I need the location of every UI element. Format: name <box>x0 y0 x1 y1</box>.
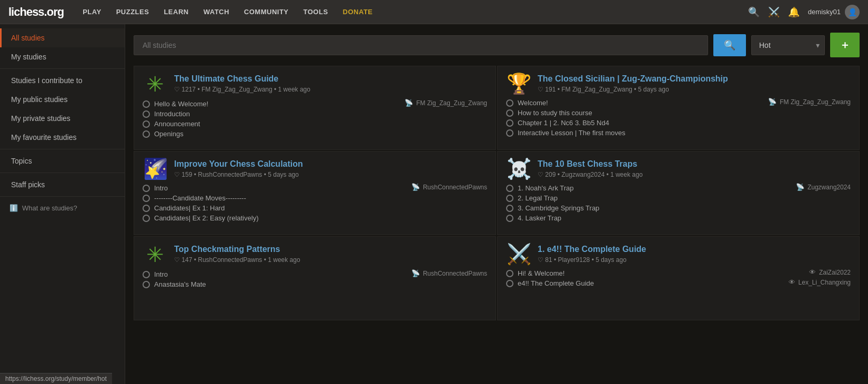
nav-watch[interactable]: WATCH <box>197 5 236 19</box>
table-row: Welcome! <box>506 98 766 108</box>
nav-learn[interactable]: LEARN <box>157 5 195 19</box>
study-bottom: Intro --------Candidate Moves--------- C… <box>143 183 487 223</box>
contributors-col: 📡 RushConnectedPawns <box>403 183 487 191</box>
nav-play[interactable]: PLAY <box>76 5 107 19</box>
study-author: Zugzwang2024 <box>561 171 604 178</box>
study-info: Improve Your Chess Calculation ♡ 159 • R… <box>174 159 303 178</box>
sidebar-divider-2 <box>0 149 125 149</box>
eye-icon: 👁 <box>809 268 816 276</box>
chapter-circle-icon <box>506 185 513 192</box>
bell-icon[interactable]: 🔔 <box>788 6 800 18</box>
chapter-circle-icon <box>506 280 513 287</box>
studies-grid: ✳ The Ultimate Chess Guide ♡ 1217 • FM Z… <box>134 66 860 320</box>
table-row: Announcement <box>143 119 403 129</box>
study-card-e4-guide[interactable]: ⚔️ 1. e4!! The Complete Guide ♡ 81 • Pla… <box>497 236 860 320</box>
like-count: 147 <box>181 256 192 264</box>
study-card-checkmating-patterns[interactable]: ✳ Top Checkmating Patterns ♡ 147 • RushC… <box>134 236 496 320</box>
study-bottom: Hi! & Welcome! e4!! The Complete Guide 👁… <box>506 268 851 288</box>
table-row: Candidates| Ex 2: Easy (relatively) <box>143 213 403 223</box>
new-study-button[interactable]: ＋ <box>830 33 860 57</box>
study-title[interactable]: The Ultimate Chess Guide <box>174 74 278 83</box>
chapter-circle-icon <box>143 110 150 118</box>
contributor-broadcast-icon: 📡 <box>405 99 413 107</box>
contributor-entry: 📡 RushConnectedPawns <box>411 183 487 191</box>
study-author: Player9128 <box>558 256 590 264</box>
search-input[interactable] <box>134 35 708 55</box>
sidebar-divider-1 <box>0 68 125 69</box>
contributor-entry: 📡 Zugzwang2024 <box>796 183 851 191</box>
sidebar-item-private[interactable]: My private studies <box>0 109 125 128</box>
sidebar-item-contribute[interactable]: Studies I contribute to <box>0 71 125 90</box>
sidebar-item-all-studies[interactable]: All studies <box>0 28 125 47</box>
logo[interactable]: lichess.org <box>8 5 64 19</box>
study-title[interactable]: The 10 Best Chess Traps <box>538 159 637 168</box>
heart-icon: ♡ <box>538 86 543 93</box>
search-icon[interactable]: 🔍 <box>748 6 760 18</box>
chapters-list: Welcome! How to study this course Chapte… <box>506 98 766 138</box>
study-bottom: 1. Noah's Ark Trap 2. Legal Trap 3. Camb… <box>506 183 851 223</box>
chapter-circle-icon <box>506 215 513 222</box>
contributor-entry: 📡 FM Zig_Zag_Zug_Zwang <box>768 98 851 106</box>
sort-select[interactable]: Hot Newest Oldest Updated Popular <box>751 35 825 55</box>
chapters-list: Intro --------Candidate Moves--------- C… <box>143 183 403 223</box>
study-icon-trophy: 🏆 <box>506 74 531 94</box>
study-info: The Closed Sicilian | Zug-Zwang-Champion… <box>538 74 728 93</box>
study-card-closed-sicilian[interactable]: 🏆 The Closed Sicilian | Zug-Zwang-Champi… <box>497 66 860 150</box>
study-meta: ♡ 209 • Zugzwang2024 • 1 week ago <box>538 171 643 178</box>
sidebar: All studies My studies Studies I contrib… <box>0 24 125 384</box>
study-card-ultimate-chess-guide[interactable]: ✳ The Ultimate Chess Guide ♡ 1217 • FM Z… <box>134 66 496 150</box>
nav-donate[interactable]: DONATE <box>337 5 379 19</box>
search-button[interactable]: 🔍 <box>713 34 746 56</box>
study-title[interactable]: Improve Your Chess Calculation <box>174 159 303 168</box>
contributors-col: 👁 ZaiZai2022 👁 Lex_Li_Changxing <box>766 268 851 286</box>
main-nav: PLAY PUZZLES LEARN WATCH COMMUNITY TOOLS… <box>76 5 735 19</box>
study-meta: ♡ 1217 • FM Zig_Zag_Zug_Zwang • 1 week a… <box>174 86 310 93</box>
nav-community[interactable]: COMMUNITY <box>238 5 295 19</box>
sidebar-divider-3 <box>0 173 125 173</box>
study-title[interactable]: The Closed Sicilian | Zug-Zwang-Champion… <box>538 74 728 83</box>
contributors-col: 📡 FM Zig_Zag_Zug_Zwang <box>766 98 851 106</box>
nav-tools[interactable]: TOOLS <box>297 5 335 19</box>
chapter-circle-icon <box>143 215 150 222</box>
study-title[interactable]: Top Checkmating Patterns <box>174 245 280 254</box>
heart-icon: ♡ <box>538 171 543 178</box>
chapter-circle-icon <box>143 205 150 212</box>
study-card-chess-traps[interactable]: ☠️ The 10 Best Chess Traps ♡ 209 • Zugzw… <box>497 151 860 235</box>
study-meta: ♡ 191 • FM Zig_Zag_Zug_Zwang • 5 days ag… <box>538 86 728 93</box>
study-header: 🏆 The Closed Sicilian | Zug-Zwang-Champi… <box>506 74 851 94</box>
sidebar-item-my-studies[interactable]: My studies <box>0 47 125 66</box>
table-row: Candidates| Ex 1: Hard <box>143 203 403 213</box>
study-time: 5 days ago <box>268 171 299 178</box>
chapter-circle-icon <box>143 271 150 278</box>
search-submit-icon: 🔍 <box>724 39 735 51</box>
sidebar-item-favourite[interactable]: My favourite studies <box>0 128 125 147</box>
study-header: 🌠 Improve Your Chess Calculation ♡ 159 •… <box>143 159 487 179</box>
sidebar-info-studies[interactable]: ℹ️ What are studies? <box>0 199 125 217</box>
chapter-circle-icon <box>143 185 150 192</box>
study-header: ☠️ The 10 Best Chess Traps ♡ 209 • Zugzw… <box>506 159 851 179</box>
study-icon-star: 🌠 <box>143 159 168 179</box>
study-icon-asterisk2: ✳ <box>143 244 168 265</box>
user-menu[interactable]: demisky01 👤 <box>808 5 860 19</box>
like-count: 209 <box>545 171 556 178</box>
study-card-improve-calculation[interactable]: 🌠 Improve Your Chess Calculation ♡ 159 •… <box>134 151 496 235</box>
like-count: 159 <box>181 171 192 178</box>
sort-wrapper: Hot Newest Oldest Updated Popular <box>751 35 825 55</box>
heart-icon: ♡ <box>174 171 180 178</box>
crossed-swords-icon[interactable]: ⚔️ <box>768 6 780 18</box>
sidebar-item-staff-picks[interactable]: Staff picks <box>0 175 125 194</box>
eye-icon-2: 👁 <box>789 278 795 286</box>
nav-puzzles[interactable]: PUZZLES <box>110 5 156 19</box>
table-row: Chapter 1 | 2. Nc6 3. Bb5 Nd4 <box>506 118 766 128</box>
table-row: Hello & Welcome! <box>143 99 403 109</box>
study-info: The Ultimate Chess Guide ♡ 1217 • FM Zig… <box>174 74 310 93</box>
table-row: --------Candidate Moves--------- <box>143 193 403 203</box>
chapter-circle-icon <box>143 130 150 138</box>
contributor-entry: 👁 ZaiZai2022 <box>809 268 851 276</box>
study-author: RushConnectedPawns <box>198 256 262 264</box>
sidebar-item-public[interactable]: My public studies <box>0 90 125 109</box>
table-row: Intro <box>143 183 403 193</box>
study-title[interactable]: 1. e4!! The Complete Guide <box>538 245 646 254</box>
sidebar-item-topics[interactable]: Topics <box>0 151 125 170</box>
url-bar: https://lichess.org/study/member/hot <box>0 373 112 384</box>
